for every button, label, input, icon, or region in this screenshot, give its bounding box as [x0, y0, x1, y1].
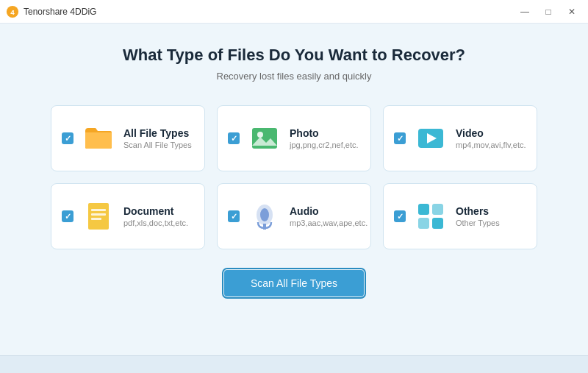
checkbox-video[interactable] [394, 132, 406, 144]
card-others-text: Others Other Types [456, 205, 500, 227]
card-document[interactable]: Document pdf,xls,doc,txt,etc. [51, 183, 205, 249]
others-icon [415, 200, 447, 232]
card-video[interactable]: Video mp4,mov,avi,flv,etc. [383, 105, 537, 171]
bottom-bar [0, 355, 588, 373]
card-others[interactable]: Others Other Types [383, 183, 537, 249]
card-photo-text: Photo jpg,png,cr2,nef,etc. [290, 127, 359, 149]
svg-rect-18 [432, 218, 443, 229]
svg-rect-17 [418, 218, 429, 229]
folder-icon [82, 122, 115, 154]
checkbox-document[interactable] [62, 210, 74, 222]
app-logo-icon: 4 [6, 5, 19, 18]
svg-rect-16 [432, 204, 443, 215]
card-all-file-types[interactable]: All File Types Scan All File Types [51, 105, 205, 171]
card-video-text: Video mp4,mov,avi,flv,etc. [456, 127, 526, 149]
svg-rect-10 [91, 218, 101, 220]
audio-icon [248, 200, 281, 232]
card-audio-text: Audio mp3,aac,wav,ape,etc. [290, 205, 368, 227]
svg-rect-14 [263, 227, 266, 230]
document-icon [82, 200, 115, 232]
video-icon [415, 122, 447, 154]
card-all-text: All File Types Scan All File Types [123, 127, 192, 149]
close-button[interactable]: ✕ [562, 4, 582, 19]
card-all-desc: Scan All File Types [123, 141, 192, 149]
main-content: What Type of Files Do You Want to Recove… [0, 24, 588, 355]
svg-rect-7 [88, 203, 109, 230]
photo-icon [248, 122, 281, 154]
file-type-grid: All File Types Scan All File Types Photo… [51, 105, 537, 249]
svg-point-3 [257, 132, 263, 138]
scan-button[interactable]: Scan All File Types [224, 270, 364, 296]
card-photo-name: Photo [290, 127, 359, 139]
card-others-desc: Other Types [456, 219, 500, 227]
checkbox-others[interactable] [394, 210, 406, 222]
card-video-name: Video [456, 127, 526, 139]
title-bar: 4 Tenorshare 4DDiG — □ ✕ [0, 0, 588, 24]
svg-rect-8 [91, 209, 106, 211]
svg-rect-9 [91, 213, 106, 216]
svg-point-12 [260, 208, 269, 221]
page-subtitle: Recovery lost files easily and quickly [217, 71, 372, 82]
card-others-name: Others [456, 205, 500, 217]
card-audio[interactable]: Audio mp3,aac,wav,ape,etc. [217, 183, 371, 249]
card-photo-desc: jpg,png,cr2,nef,etc. [290, 141, 359, 149]
card-document-name: Document [123, 205, 188, 217]
title-bar-left: 4 Tenorshare 4DDiG [6, 5, 96, 18]
card-document-text: Document pdf,xls,doc,txt,etc. [123, 205, 188, 227]
maximize-button[interactable]: □ [538, 4, 559, 19]
card-audio-name: Audio [290, 205, 368, 217]
checkbox-all[interactable] [62, 132, 74, 144]
card-all-name: All File Types [123, 127, 192, 139]
svg-rect-15 [418, 204, 429, 215]
minimize-button[interactable]: — [514, 4, 535, 19]
card-photo[interactable]: Photo jpg,png,cr2,nef,etc. [217, 105, 371, 171]
card-video-desc: mp4,mov,avi,flv,etc. [456, 141, 526, 149]
svg-text:4: 4 [10, 7, 15, 15]
checkbox-audio[interactable] [228, 210, 240, 222]
window-controls: — □ ✕ [514, 4, 582, 19]
app-title: Tenorshare 4DDiG [24, 7, 96, 17]
card-audio-desc: mp3,aac,wav,ape,etc. [290, 219, 368, 227]
card-document-desc: pdf,xls,doc,txt,etc. [123, 219, 188, 227]
page-title: What Type of Files Do You Want to Recove… [123, 46, 465, 65]
checkbox-photo[interactable] [228, 132, 240, 144]
